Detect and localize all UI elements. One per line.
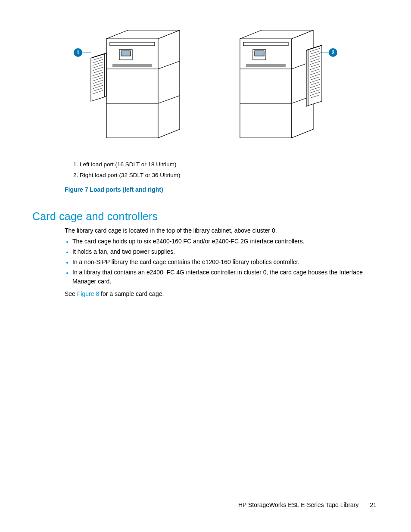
callout-2-line [320, 53, 329, 53]
outro-post: for a sample card cage. [99, 290, 164, 297]
callout-1-badge: 1 [74, 48, 82, 57]
bullet-item: In a library that contains an e2400–FC 4… [72, 268, 377, 286]
svg-rect-2 [121, 51, 131, 56]
page-footer: HP StorageWorks ESL E-Series Tape Librar… [238, 501, 377, 508]
svg-rect-0 [110, 42, 155, 46]
svg-rect-26 [255, 51, 264, 56]
cabinet-left-svg [76, 26, 188, 146]
section-body: The library card cage is located in the … [65, 226, 377, 299]
section-intro: The library card cage is located in the … [65, 226, 377, 235]
footer-page-number: 21 [370, 501, 377, 508]
callout-2-number: 2 [332, 50, 335, 56]
figure-images: 1 [34, 26, 377, 146]
bullet-item: The card cage holds up to six e2400-160 … [72, 237, 377, 246]
callout-2-badge: 2 [329, 48, 337, 57]
figure-8-link[interactable]: Figure 8 [77, 290, 99, 297]
footer-title: HP StorageWorks ESL E-Series Tape Librar… [238, 501, 359, 508]
callout-1-line [82, 53, 91, 53]
figure-legend: 1. Left load port (16 SDLT or 18 Ultrium… [73, 159, 377, 181]
section-heading: Card cage and controllers [32, 210, 377, 223]
legend-item-2: 2. Right load port (32 SDLT or 36 Ultriu… [73, 170, 377, 181]
svg-rect-24 [243, 42, 288, 46]
cabinet-right-svg [223, 26, 335, 146]
figure-right-cabinet: 2 [223, 26, 335, 146]
section-outro: See Figure 8 for a sample card cage. [65, 289, 377, 299]
outro-pre: See [65, 290, 77, 297]
bullet-item: It holds a fan, and two power supplies. [72, 247, 377, 256]
legend-item-1: 1. Left load port (16 SDLT or 18 Ultrium… [73, 159, 377, 170]
bullet-item: In a non-SIPP library the card cage cont… [72, 258, 377, 267]
callout-1-number: 1 [77, 50, 80, 56]
figure-caption: Figure 7 Load ports (left and right) [65, 186, 377, 193]
figure-left-cabinet: 1 [76, 26, 188, 146]
section-bullets: The card cage holds up to six e2400-160 … [65, 237, 377, 286]
